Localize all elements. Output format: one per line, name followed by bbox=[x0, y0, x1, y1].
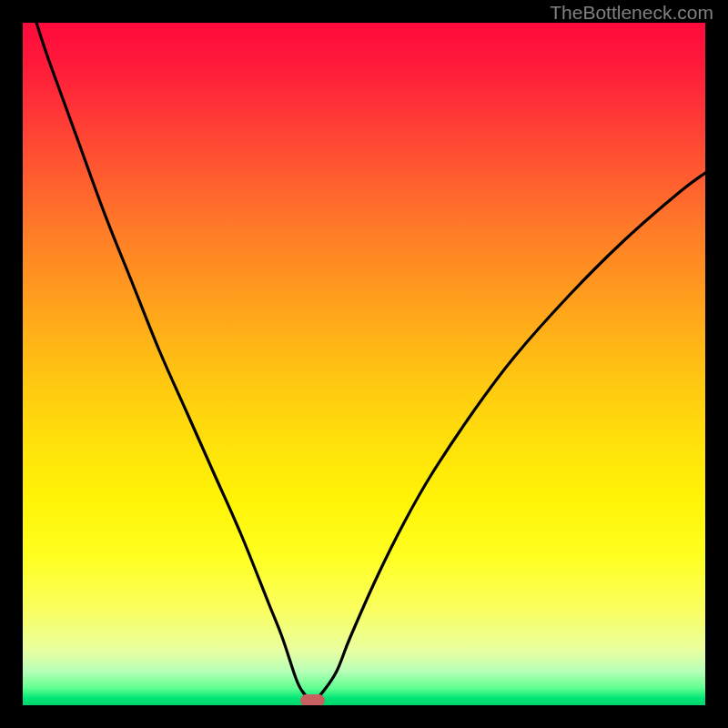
bottleneck-curve-svg bbox=[23, 23, 705, 705]
watermark-text: TheBottleneck.com bbox=[550, 2, 713, 24]
plot-area bbox=[23, 23, 705, 705]
chart-frame: TheBottleneck.com bbox=[0, 0, 728, 728]
minimum-marker bbox=[300, 694, 325, 705]
bottleneck-curve-path bbox=[36, 23, 705, 700]
